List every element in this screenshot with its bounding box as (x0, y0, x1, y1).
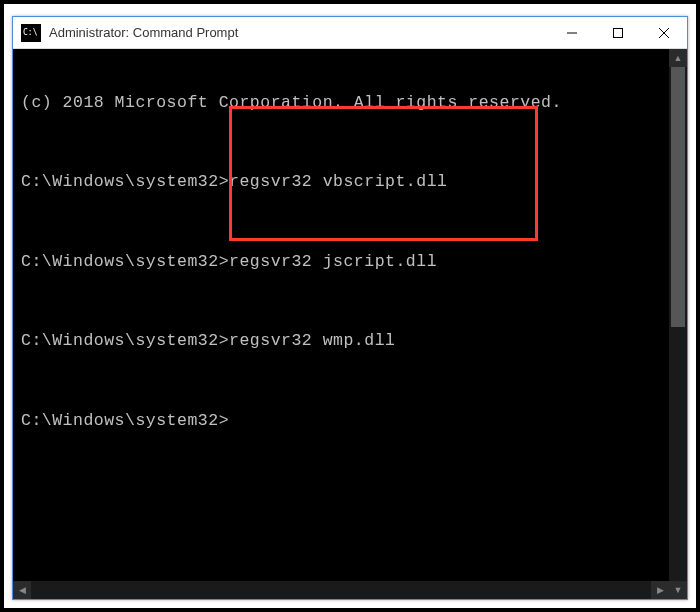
prompt-line-1: C:\Windows\system32>regsvr32 vbscript.dl… (21, 172, 679, 192)
prompt-line-4: C:\Windows\system32> (21, 411, 679, 431)
cmd-icon: C:\ (21, 24, 41, 42)
prompt-text: C:\Windows\system32> (21, 172, 229, 191)
minimize-icon (567, 28, 577, 38)
prompt-line-3: C:\Windows\system32>regsvr32 wmp.dll (21, 331, 679, 351)
vertical-scroll-thumb[interactable] (671, 67, 685, 327)
horizontal-scroll-track[interactable] (31, 581, 651, 599)
command-prompt-window: C:\ Administrator: Command Prompt (c) 20… (12, 16, 688, 600)
titlebar[interactable]: C:\ Administrator: Command Prompt (13, 17, 687, 49)
scroll-left-arrow-icon[interactable]: ◀ (13, 581, 31, 599)
window-title: Administrator: Command Prompt (49, 25, 549, 40)
scroll-down-arrow-icon[interactable]: ▼ (669, 581, 687, 599)
terminal-area[interactable]: (c) 2018 Microsoft Corporation. All righ… (13, 49, 687, 599)
minimize-button[interactable] (549, 17, 595, 49)
prompt-text: C:\Windows\system32> (21, 331, 229, 350)
svg-rect-1 (614, 29, 623, 38)
prompt-text: C:\Windows\system32> (21, 411, 229, 430)
cmd-icon-text: C:\ (23, 29, 37, 37)
scroll-up-arrow-icon[interactable]: ▲ (669, 49, 687, 67)
horizontal-scrollbar[interactable]: ◀ ▶ (13, 581, 669, 599)
screenshot-frame: C:\ Administrator: Command Prompt (c) 20… (0, 0, 700, 612)
prompt-text: C:\Windows\system32> (21, 252, 229, 271)
maximize-button[interactable] (595, 17, 641, 49)
command-text: regsvr32 vbscript.dll (229, 172, 447, 191)
vertical-scrollbar[interactable]: ▲ ▼ (669, 49, 687, 599)
command-text: regsvr32 wmp.dll (229, 331, 395, 350)
command-text: regsvr32 jscript.dll (229, 252, 437, 271)
window-controls (549, 17, 687, 48)
close-button[interactable] (641, 17, 687, 49)
maximize-icon (613, 28, 623, 38)
terminal-content: (c) 2018 Microsoft Corporation. All righ… (13, 49, 687, 477)
copyright-line: (c) 2018 Microsoft Corporation. All righ… (21, 93, 679, 113)
scroll-right-arrow-icon[interactable]: ▶ (651, 581, 669, 599)
prompt-line-2: C:\Windows\system32>regsvr32 jscript.dll (21, 252, 679, 272)
close-icon (659, 28, 669, 38)
